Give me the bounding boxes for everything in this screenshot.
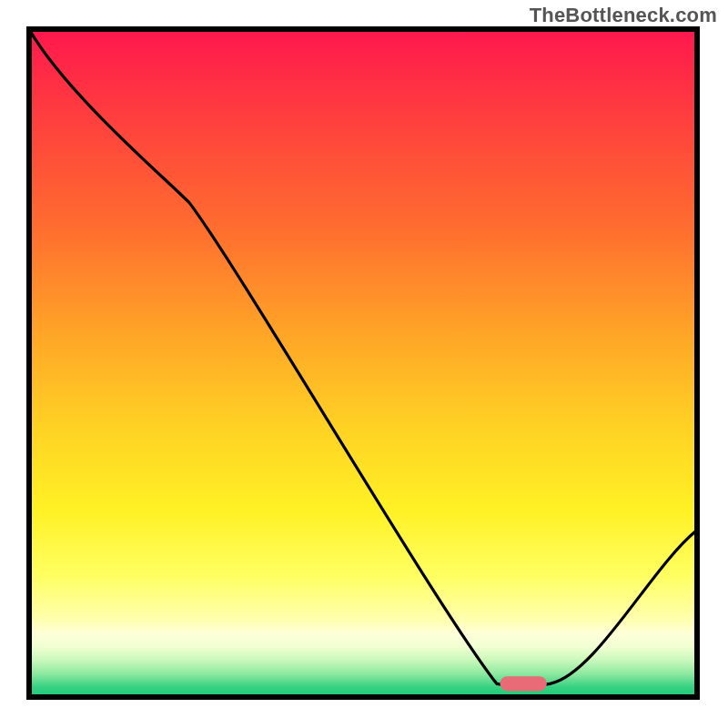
plot-background xyxy=(29,29,697,697)
watermark-text: TheBottleneck.com xyxy=(530,4,717,27)
bottleneck-chart xyxy=(0,0,728,728)
chart-page: TheBottleneck.com xyxy=(0,0,728,728)
optimum-marker xyxy=(500,676,546,691)
